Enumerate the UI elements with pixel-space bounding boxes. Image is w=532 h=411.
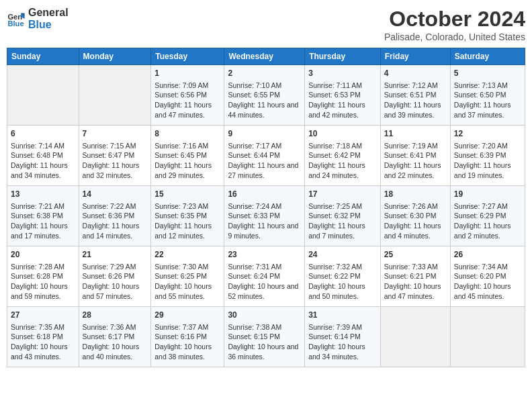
calendar-cell — [7, 65, 79, 126]
sunset-text: Sunset: 6:17 PM — [83, 332, 148, 342]
sunset-text: Sunset: 6:24 PM — [228, 271, 301, 281]
day-header-saturday: Saturday — [450, 48, 525, 65]
day-number: 16 — [228, 189, 301, 200]
calendar-week-4: 20Sunrise: 7:28 AMSunset: 6:28 PMDayligh… — [7, 246, 525, 307]
day-number: 29 — [154, 310, 220, 321]
sunrise-text: Sunrise: 7:09 AM — [154, 81, 220, 91]
sunset-text: Sunset: 6:36 PM — [83, 211, 148, 221]
day-header-sunday: Sunday — [7, 48, 79, 65]
daylight-text: Daylight: 10 hours and 59 minutes. — [11, 281, 75, 301]
sunset-text: Sunset: 6:41 PM — [384, 150, 447, 161]
daylight-text: Daylight: 11 hours and 14 minutes. — [83, 221, 148, 240]
calendar-cell: 22Sunrise: 7:30 AMSunset: 6:25 PMDayligh… — [151, 246, 224, 307]
sunset-text: Sunset: 6:28 PM — [11, 271, 75, 281]
daylight-text: Daylight: 10 hours and 45 minutes. — [454, 281, 521, 301]
calendar-cell: 9Sunrise: 7:17 AMSunset: 6:44 PMDaylight… — [224, 126, 305, 186]
day-number: 13 — [11, 189, 75, 200]
calendar-cell: 8Sunrise: 7:16 AMSunset: 6:45 PMDaylight… — [151, 126, 224, 186]
title-block: October 2024 Palisade, Colorado, United … — [384, 7, 525, 42]
daylight-text: Daylight: 11 hours and 27 minutes. — [228, 161, 301, 180]
calendar-cell — [450, 307, 525, 367]
sunset-text: Sunset: 6:50 PM — [454, 90, 521, 100]
calendar-cell: 20Sunrise: 7:28 AMSunset: 6:28 PMDayligh… — [7, 246, 79, 307]
sunset-text: Sunset: 6:47 PM — [83, 150, 148, 161]
calendar-cell: 3Sunrise: 7:11 AMSunset: 6:53 PMDaylight… — [305, 65, 381, 126]
daylight-text: Daylight: 11 hours and 4 minutes. — [384, 221, 447, 240]
sunset-text: Sunset: 6:29 PM — [454, 211, 521, 221]
calendar-cell: 5Sunrise: 7:13 AMSunset: 6:50 PMDaylight… — [450, 65, 525, 126]
sunset-text: Sunset: 6:18 PM — [11, 332, 75, 342]
day-number: 4 — [384, 68, 447, 79]
calendar-cell: 29Sunrise: 7:37 AMSunset: 6:16 PMDayligh… — [151, 307, 224, 367]
calendar-cell: 13Sunrise: 7:21 AMSunset: 6:38 PMDayligh… — [7, 186, 79, 246]
sunset-text: Sunset: 6:39 PM — [454, 150, 521, 161]
sunrise-text: Sunrise: 7:19 AM — [384, 141, 447, 151]
sunset-text: Sunset: 6:14 PM — [308, 332, 377, 342]
calendar-cell: 31Sunrise: 7:39 AMSunset: 6:14 PMDayligh… — [305, 307, 381, 367]
day-number: 8 — [154, 128, 220, 140]
day-header-tuesday: Tuesday — [151, 48, 224, 65]
day-number: 14 — [83, 189, 148, 200]
daylight-text: Daylight: 11 hours and 22 minutes. — [384, 161, 447, 180]
sunset-text: Sunset: 6:44 PM — [228, 150, 301, 161]
daylight-text: Daylight: 10 hours and 43 minutes. — [11, 342, 75, 361]
daylight-text: Daylight: 11 hours and 37 minutes. — [454, 100, 521, 120]
calendar-cell: 6Sunrise: 7:14 AMSunset: 6:48 PMDaylight… — [7, 126, 79, 186]
sunrise-text: Sunrise: 7:13 AM — [454, 81, 521, 91]
daylight-text: Daylight: 11 hours and 9 minutes. — [228, 221, 301, 240]
daylight-text: Daylight: 11 hours and 32 minutes. — [83, 161, 148, 180]
calendar-cell: 24Sunrise: 7:32 AMSunset: 6:22 PMDayligh… — [305, 246, 381, 307]
sunrise-text: Sunrise: 7:36 AM — [83, 322, 148, 332]
sunrise-text: Sunrise: 7:38 AM — [228, 322, 301, 332]
sunrise-text: Sunrise: 7:30 AM — [154, 262, 220, 272]
daylight-text: Daylight: 11 hours and 24 minutes. — [308, 161, 377, 180]
sunset-text: Sunset: 6:42 PM — [308, 150, 377, 161]
logo: Gen Blue General Blue — [7, 7, 69, 30]
sunrise-text: Sunrise: 7:16 AM — [154, 141, 220, 151]
calendar-cell: 28Sunrise: 7:36 AMSunset: 6:17 PMDayligh… — [79, 307, 151, 367]
sunset-text: Sunset: 6:48 PM — [11, 150, 75, 161]
day-number: 1 — [154, 68, 220, 79]
sunrise-text: Sunrise: 7:26 AM — [384, 201, 447, 212]
day-number: 21 — [83, 249, 148, 261]
sunrise-text: Sunrise: 7:23 AM — [154, 201, 220, 212]
daylight-text: Daylight: 10 hours and 40 minutes. — [83, 342, 148, 361]
day-number: 30 — [228, 310, 301, 321]
day-number: 11 — [384, 128, 447, 140]
day-number: 5 — [454, 68, 521, 79]
logo-line1: General — [28, 7, 69, 19]
sunrise-text: Sunrise: 7:20 AM — [454, 141, 521, 151]
svg-text:Blue: Blue — [7, 19, 24, 28]
daylight-text: Daylight: 11 hours and 29 minutes. — [154, 161, 220, 180]
calendar-cell: 14Sunrise: 7:22 AMSunset: 6:36 PMDayligh… — [79, 186, 151, 246]
sunset-text: Sunset: 6:45 PM — [154, 150, 220, 161]
sunrise-text: Sunrise: 7:12 AM — [384, 81, 447, 91]
calendar-week-2: 6Sunrise: 7:14 AMSunset: 6:48 PMDaylight… — [7, 126, 525, 186]
day-number: 24 — [308, 249, 377, 261]
calendar-cell: 4Sunrise: 7:12 AMSunset: 6:51 PMDaylight… — [380, 65, 450, 126]
sunrise-text: Sunrise: 7:11 AM — [308, 81, 377, 91]
calendar-cell: 16Sunrise: 7:24 AMSunset: 6:33 PMDayligh… — [224, 186, 305, 246]
calendar-cell: 26Sunrise: 7:34 AMSunset: 6:20 PMDayligh… — [450, 246, 525, 307]
daylight-text: Daylight: 10 hours and 36 minutes. — [228, 342, 301, 361]
calendar-header-row: SundayMondayTuesdayWednesdayThursdayFrid… — [7, 48, 525, 65]
sunset-text: Sunset: 6:26 PM — [83, 271, 148, 281]
daylight-text: Daylight: 11 hours and 47 minutes. — [154, 100, 220, 120]
daylight-text: Daylight: 10 hours and 38 minutes. — [154, 342, 220, 361]
daylight-text: Daylight: 10 hours and 34 minutes. — [308, 342, 377, 361]
daylight-text: Daylight: 11 hours and 42 minutes. — [308, 100, 377, 120]
sunrise-text: Sunrise: 7:10 AM — [228, 81, 301, 91]
calendar-cell: 30Sunrise: 7:38 AMSunset: 6:15 PMDayligh… — [224, 307, 305, 367]
location-subtitle: Palisade, Colorado, United States — [384, 32, 525, 42]
daylight-text: Daylight: 10 hours and 50 minutes. — [308, 281, 377, 301]
calendar-cell: 1Sunrise: 7:09 AMSunset: 6:56 PMDaylight… — [151, 65, 224, 126]
day-header-friday: Friday — [380, 48, 450, 65]
daylight-text: Daylight: 10 hours and 57 minutes. — [83, 281, 148, 301]
day-number: 17 — [308, 189, 377, 200]
daylight-text: Daylight: 10 hours and 55 minutes. — [154, 281, 220, 301]
day-number: 20 — [11, 249, 75, 261]
day-number: 3 — [308, 68, 377, 79]
daylight-text: Daylight: 11 hours and 12 minutes. — [154, 221, 220, 240]
day-number: 12 — [454, 128, 521, 140]
daylight-text: Daylight: 10 hours and 52 minutes. — [228, 281, 301, 301]
